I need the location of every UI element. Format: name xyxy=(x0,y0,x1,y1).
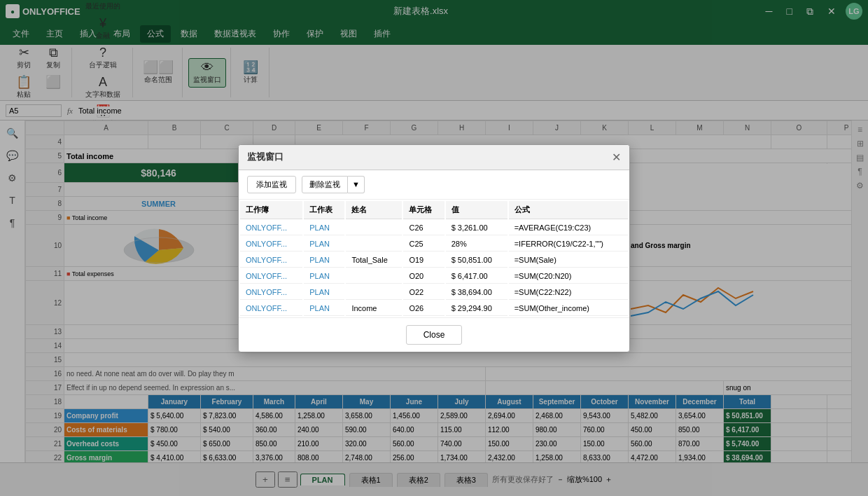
modal-watch-table: 工作簿 工作表 姓名 单元格 值 公式 ONLYOFF... PLAN C26 xyxy=(239,200,629,317)
watch-value-4: $ 6,417.00 xyxy=(446,269,507,284)
watch-row-6[interactable]: ONLYOFF... PLAN Income O26 $ 29,294.90 =… xyxy=(240,301,628,316)
watch-sheet-5[interactable]: PLAN xyxy=(304,285,344,300)
watch-sheet-6[interactable]: PLAN xyxy=(304,301,344,316)
watch-workbook-6[interactable]: ONLYOFF... xyxy=(240,301,302,316)
watch-name-1 xyxy=(346,221,402,235)
watch-cell-4: O20 xyxy=(403,269,444,284)
watch-name-6: Income xyxy=(346,301,402,316)
watch-sheet-1[interactable]: PLAN xyxy=(304,221,344,235)
watch-value-3: $ 50,851.00 xyxy=(446,253,507,268)
watch-formula-3: =SUM(Sale) xyxy=(509,253,628,268)
watch-row-4[interactable]: ONLYOFF... PLAN O20 $ 6,417.00 =SUM(C20:… xyxy=(240,269,628,284)
watch-row-1[interactable]: ONLYOFF... PLAN C26 $ 3,261.00 =AVERAGE(… xyxy=(240,221,628,235)
watch-formula-1: =AVERAGE(C19:C23) xyxy=(509,221,628,235)
modal-title-bar: 监视窗口 ✕ xyxy=(239,145,629,170)
watch-formula-5: =SUM(C22:N22) xyxy=(509,285,628,300)
watch-formula-4: =SUM(C20:N20) xyxy=(509,269,628,284)
watch-formula-6: =SUM(Other_income) xyxy=(509,301,628,316)
watch-row-3[interactable]: ONLYOFF... PLAN Total_Sale O19 $ 50,851.… xyxy=(240,253,628,268)
watch-workbook-4[interactable]: ONLYOFF... xyxy=(240,269,302,284)
col-name: 姓名 xyxy=(346,201,402,219)
watch-name-2 xyxy=(346,237,402,252)
watch-value-6: $ 29,294.90 xyxy=(446,301,507,316)
watch-row-5[interactable]: ONLYOFF... PLAN O22 $ 38,694.00 =SUM(C22… xyxy=(240,285,628,300)
watch-cell-5: O22 xyxy=(403,285,444,300)
watch-workbook-2[interactable]: ONLYOFF... xyxy=(240,237,302,252)
modal-overlay: 监视窗口 ✕ 添加监视 删除监视 ▼ 工作簿 工作表 姓名 单元格 值 公式 xyxy=(0,0,868,496)
modal-title: 监视窗口 xyxy=(247,151,284,163)
watch-formula-2: =IFERROR(C19/C22-1,"") xyxy=(509,237,628,252)
watch-cell-3: O19 xyxy=(403,253,444,268)
modal-close-x[interactable]: ✕ xyxy=(612,151,621,164)
modal-table-header-row: 工作簿 工作表 姓名 单元格 值 公式 xyxy=(240,201,628,219)
watch-cell-6: O26 xyxy=(403,301,444,316)
watch-sheet-2[interactable]: PLAN xyxy=(304,237,344,252)
col-sheet: 工作表 xyxy=(304,201,344,219)
watch-sheet-4[interactable]: PLAN xyxy=(304,269,344,284)
add-watch-btn[interactable]: 添加监视 xyxy=(247,176,296,193)
watch-value-2: 28% xyxy=(446,237,507,252)
delete-watch-split: 删除监视 ▼ xyxy=(302,176,365,193)
delete-watch-arrow[interactable]: ▼ xyxy=(348,176,365,193)
col-formula: 公式 xyxy=(509,201,628,219)
watch-row-2[interactable]: ONLYOFF... PLAN C25 28% =IFERROR(C19/C22… xyxy=(240,237,628,252)
watch-cell-1: C26 xyxy=(403,221,444,235)
watch-sheet-3[interactable]: PLAN xyxy=(304,253,344,268)
watch-workbook-3[interactable]: ONLYOFF... xyxy=(240,253,302,268)
watch-name-4 xyxy=(346,269,402,284)
modal-close-btn[interactable]: Close xyxy=(406,325,463,345)
modal-toolbar: 添加监视 删除监视 ▼ xyxy=(239,170,629,200)
watch-value-1: $ 3,261.00 xyxy=(446,221,507,235)
watch-cell-2: C25 xyxy=(403,237,444,252)
col-cell: 单元格 xyxy=(403,201,444,219)
watch-workbook-5[interactable]: ONLYOFF... xyxy=(240,285,302,300)
delete-watch-btn[interactable]: 删除监视 xyxy=(302,176,348,193)
col-workbook: 工作簿 xyxy=(240,201,302,219)
watch-value-5: $ 38,694.00 xyxy=(446,285,507,300)
col-value: 值 xyxy=(446,201,507,219)
watch-window-modal: 监视窗口 ✕ 添加监视 删除监视 ▼ 工作簿 工作表 姓名 单元格 值 公式 xyxy=(238,144,630,352)
modal-footer: Close xyxy=(239,317,629,352)
watch-workbook-1[interactable]: ONLYOFF... xyxy=(240,221,302,235)
watch-name-3: Total_Sale xyxy=(346,253,402,268)
watch-name-5 xyxy=(346,285,402,300)
modal-table-wrapper: 工作簿 工作表 姓名 单元格 值 公式 ONLYOFF... PLAN C26 xyxy=(239,200,629,317)
